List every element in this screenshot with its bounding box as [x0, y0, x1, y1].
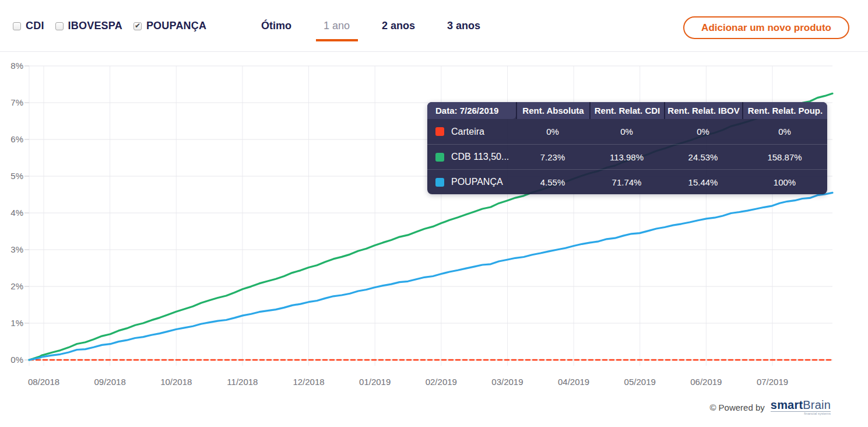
checkbox-icon[interactable] — [133, 22, 142, 30]
tooltip-column-header: Rent. Relat. Poup. — [742, 102, 827, 119]
portfolio-returns-page: CDIIBOVESPAPOUPANÇA Ótimo1 ano2 anos3 an… — [0, 0, 868, 427]
tooltip-value: 0% — [664, 119, 742, 144]
x-axis-tick-label: 03/2019 — [484, 377, 530, 387]
tooltip-value: 4.55% — [516, 169, 589, 194]
y-axis-tick-label: 0% — [0, 355, 23, 365]
tooltip-value: 0% — [742, 119, 827, 144]
footer: © Powered by smartBrain financial system… — [709, 399, 831, 415]
y-axis-tick-label: 3% — [0, 244, 23, 254]
x-axis-tick-label: 09/2018 — [87, 377, 133, 387]
y-axis-tick-label: 6% — [0, 134, 23, 144]
y-axis-tick-label: 1% — [0, 318, 23, 328]
x-axis-tick-label: 05/2019 — [617, 377, 663, 387]
tooltip-value: 7.23% — [516, 144, 589, 169]
series-color-swatch — [435, 153, 444, 162]
series-name-text: POUPANÇA — [451, 177, 503, 187]
toggle-label: CDI — [26, 20, 44, 32]
logo-subtext: financial systems — [771, 412, 831, 415]
x-axis-tick-label: 02/2019 — [418, 377, 465, 387]
tooltip-series-name: POUPANÇA — [427, 169, 516, 194]
x-axis-tick-label: 11/2018 — [219, 377, 266, 387]
tooltip-value: 113.98% — [589, 144, 664, 169]
y-axis-tick-label: 5% — [0, 171, 23, 181]
series-color-swatch — [435, 178, 444, 187]
tooltip-series-name: CDB 113,50... — [427, 144, 516, 169]
tooltip-value: 15.44% — [664, 169, 742, 194]
tab-2-anos[interactable]: 2 anos — [382, 20, 415, 32]
y-axis-tick-label: 2% — [0, 281, 23, 291]
logo-text-light: Brain — [803, 398, 831, 411]
x-axis-tick-label: 01/2019 — [352, 377, 398, 387]
chart-tooltip: Data: 7/26/2019Rent. AbsolutaRent. Relat… — [427, 102, 827, 194]
series-line-poupan-a — [29, 192, 832, 360]
benchmark-toggle-poupança[interactable]: POUPANÇA — [133, 20, 206, 32]
x-axis-tick-label: 07/2019 — [749, 377, 796, 387]
x-axis-tick-label: 08/2018 — [20, 377, 67, 387]
checkbox-icon[interactable] — [13, 22, 21, 30]
x-axis-tick-label: 04/2019 — [550, 377, 597, 387]
y-axis-tick-label: 7% — [0, 97, 23, 107]
series-name-text: Carteira — [451, 127, 484, 137]
tooltip-column-header: Rent. Absoluta — [516, 102, 589, 119]
tooltip-value: 0% — [589, 119, 664, 144]
checkbox-icon[interactable] — [55, 22, 64, 30]
y-axis-tick-label: 8% — [0, 61, 23, 71]
x-axis-tick-label: 12/2018 — [286, 377, 332, 387]
toggle-label: POUPANÇA — [146, 20, 206, 32]
series-name-text: CDB 113,50... — [451, 152, 509, 162]
tab-ótimo[interactable]: Ótimo — [261, 20, 291, 32]
tooltip-table: Data: 7/26/2019Rent. AbsolutaRent. Relat… — [427, 102, 827, 194]
tab-3-anos[interactable]: 3 anos — [447, 20, 480, 32]
tooltip-value: 71.74% — [589, 169, 664, 194]
toggle-label: IBOVESPA — [68, 20, 122, 32]
smartbrain-logo[interactable]: smartBrain financial systems — [771, 399, 831, 415]
benchmark-toggle-ibovespa[interactable]: IBOVESPA — [55, 20, 122, 32]
tooltip-value: 24.53% — [664, 144, 742, 169]
benchmark-checkbox-group: CDIIBOVESPAPOUPANÇA — [13, 20, 206, 32]
tooltip-value: 158.87% — [742, 144, 827, 169]
series-color-swatch — [435, 127, 444, 136]
x-axis-tick-label: 10/2018 — [153, 377, 199, 387]
returns-line-chart: 0%1%2%3%4%5%6%7%8%08/201809/201810/20181… — [0, 52, 868, 397]
tooltip-column-header: Rent. Relat. IBOV — [664, 102, 742, 119]
powered-by-text: © Powered by — [709, 402, 764, 412]
tooltip-series-name: Carteira — [427, 119, 516, 144]
chart-header-bar: CDIIBOVESPAPOUPANÇA Ótimo1 ano2 anos3 an… — [0, 0, 868, 52]
benchmark-toggle-cdi[interactable]: CDI — [13, 20, 44, 32]
tooltip-value: 100% — [742, 169, 827, 194]
period-tab-group: Ótimo1 ano2 anos3 anos — [261, 20, 480, 32]
y-axis-tick-label: 4% — [0, 208, 23, 218]
add-product-button[interactable]: Adicionar um novo produto — [683, 16, 849, 39]
tooltip-date: Data: 7/26/2019 — [427, 102, 516, 119]
x-axis-tick-label: 06/2019 — [683, 377, 729, 387]
logo-text-bold: smart — [771, 398, 803, 411]
tooltip-value: 0% — [516, 119, 589, 144]
tooltip-column-header: Rent. Relat. CDI — [589, 102, 664, 119]
tab-1-ano[interactable]: 1 ano — [324, 20, 350, 32]
